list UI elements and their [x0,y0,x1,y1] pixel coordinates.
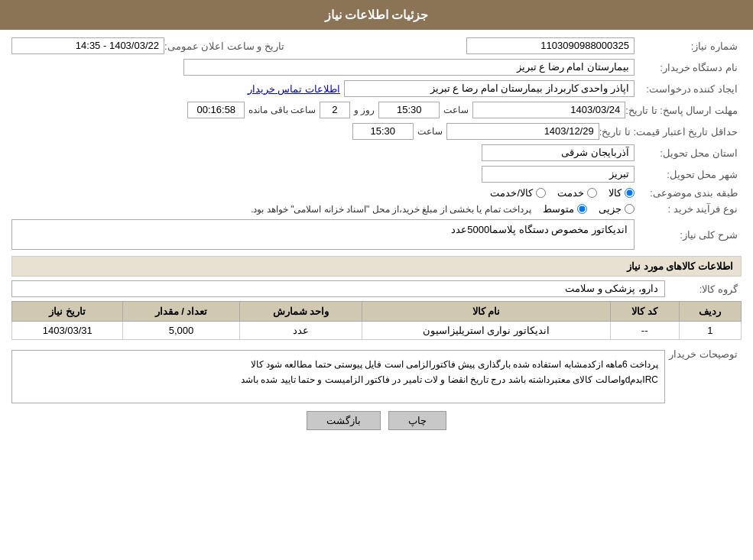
deadline-remaining: 00:16:58 [187,102,245,118]
province-label: استان محل تحویل: [635,147,742,159]
buyer-notes-value: پرداخت 6ماهه ازکدمشابه استفاده شده بارگذ… [11,350,665,403]
process-note: پرداخت تمام یا بخشی از مبلغ خرید،از محل … [251,204,531,215]
category-option-khedmat[interactable]: خدمت [557,187,597,199]
need-number-label: شماره نیاز: [635,40,742,52]
price-validity-label: حداقل تاریخ اعتبار قیمت: تا تاریخ: [599,126,742,138]
table-header-qty: تعداد / مقدار [123,302,239,322]
print-button[interactable]: چاپ [388,411,446,430]
deadline-remaining-label: ساعت باقی مانده [248,105,316,115]
requester-label: ایجاد کننده درخواست: [635,83,742,95]
table-header-code: کد کالا [610,302,679,322]
buyer-notes-label: توصیحات خریدار [665,346,742,360]
deadline-time: 15:30 [378,102,440,118]
city-label: شهر محل تحویل: [635,169,742,180]
need-description-value: اندیکاتور مخصوص دستگاه پلاسما5000عدد [11,219,635,250]
table-header-name: نام کالا [362,302,611,322]
buyer-org-value: بیمارستان امام رضا ع تبریز [183,59,635,76]
requester-value: اپاذر واحدی کاربرداز بیمارستان امام رضا … [344,80,635,97]
goods-table: ردیف کد کالا نام کالا واحد شمارش تعداد /… [11,301,742,340]
deadline-date: 1403/03/24 [472,102,625,118]
announce-date-value: 1403/03/22 - 14:35 [11,37,164,54]
need-description-label: شرح کلی نیاز: [635,229,742,241]
province-value: آذربایجان شرقی [482,144,635,161]
table-header-unit: واحد شمارش [239,302,362,322]
back-button[interactable]: بازگشت [307,411,381,430]
table-header-row: ردیف [679,302,742,322]
announce-date-label: تاریخ و ساعت اعلان عمومی: [164,40,288,52]
table-row: 1--اندیکاتور نواری استریلیزاسیونعدد5,000… [12,322,742,340]
category-radio-group: کالا خدمت کالا/خدمت [490,187,635,199]
price-validity-time-label: ساعت [417,126,443,137]
need-number-value: 1103090988000325 [466,37,635,54]
buttons-row: چاپ بازگشت [11,411,742,442]
page-title: جزئیات اطلاعات نیاز [0,0,753,30]
deadline-time-label: ساعت [443,105,469,115]
table-header-date: تاریخ نیاز [12,302,123,322]
category-option-kala[interactable]: کالا [609,187,635,199]
buyer-notes-text: پرداخت 6ماهه ازکدمشابه استفاده شده بارگذ… [18,357,658,388]
process-type-label: نوع فرآیند خرید : [635,203,742,215]
buyer-org-label: نام دستگاه خریدار: [635,62,742,73]
process-type-motavset[interactable]: متوسط [543,203,587,215]
goods-section-title: اطلاعات کالاهای مورد نیاز [11,256,742,277]
category-option-kala-khedmat[interactable]: کالا/خدمت [490,187,546,199]
deadline-days-label: روز و [354,105,375,115]
goods-group-value: دارو، پزشکی و سلامت [11,280,665,297]
deadline-days: 2 [320,102,350,118]
process-type-jozii[interactable]: جزیی [599,203,635,215]
city-value: تبریز [482,166,635,183]
deadline-label: مهلت ارسال پاسخ: تا تاریخ: [625,105,742,116]
price-validity-time: 15:30 [352,123,414,140]
price-validity-date: 1403/12/29 [446,123,599,140]
goods-group-label: گروه کالا: [665,283,742,295]
requester-contact-link[interactable]: اطلاعات تماس خریدار [248,83,340,95]
process-type-radio-group: جزیی متوسط [543,203,635,215]
category-label: طبقه بندی موضوعی: [635,187,742,199]
